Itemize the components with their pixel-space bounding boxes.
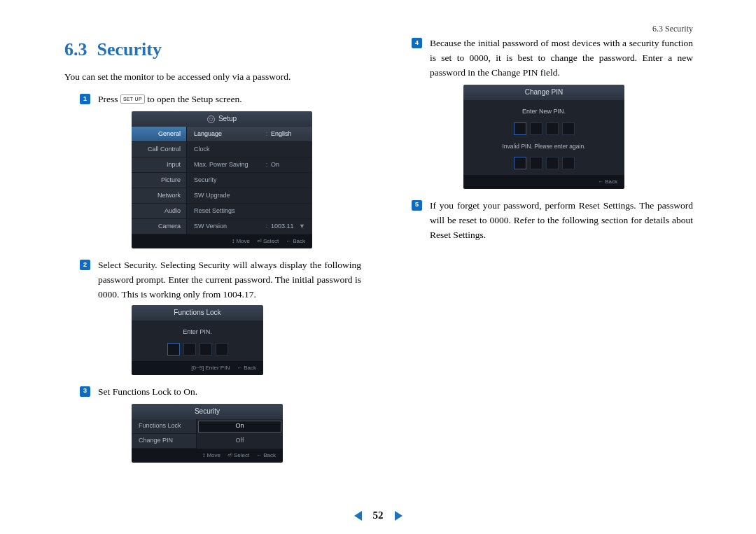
step-3: 3 Set Functions Lock to On. Security Fun… — [64, 385, 361, 463]
page-number: 52 — [373, 510, 384, 521]
step-badge-2: 2 — [80, 260, 90, 270]
pin-row-new — [463, 122, 624, 135]
setup-key-icon: SET UP — [120, 94, 145, 104]
osd-security-title: Security — [132, 404, 283, 419]
pin-box — [167, 343, 180, 356]
step-badge-5: 5 — [412, 200, 422, 211]
osd-side-camera: Camera — [132, 219, 186, 234]
osd-row-maxpower: Max. Power Saving:On — [187, 157, 312, 173]
osd-setup-title: Setup — [132, 111, 312, 127]
pin-row-retry — [463, 157, 624, 169]
pin-box — [530, 122, 542, 135]
step-4-text: Because the initial password of most dev… — [430, 38, 693, 78]
osd-security-right: On Off — [196, 419, 283, 449]
move-hint: Move — [232, 237, 250, 246]
osd-row-reset: Reset Settings — [187, 204, 312, 219]
osd-row-language: Language:English — [187, 127, 312, 142]
osd-row-security: Security — [187, 173, 312, 188]
back-hint: Back — [256, 451, 276, 460]
osd-side-input: Input — [132, 157, 186, 173]
osd-value: English — [271, 129, 305, 139]
osd-option-on: On — [198, 421, 281, 433]
pin-box — [562, 122, 575, 135]
osd-value: On — [271, 160, 305, 170]
osd-security-left: Functions Lock Change PIN — [132, 419, 196, 449]
osd-sec-change-pin: Change PIN — [132, 434, 196, 449]
right-column: 4 Because the initial password of most d… — [396, 36, 693, 472]
osd-label: SW Version — [194, 222, 262, 232]
pin-box — [514, 157, 526, 169]
osd-change-footer: Back — [463, 175, 624, 189]
pin-box — [514, 122, 526, 135]
pin-box — [546, 122, 559, 135]
enter-new-pin-label: Enter New PIN. — [463, 107, 624, 117]
osd-label: Max. Power Saving — [194, 160, 262, 170]
osd-setup-sidebar: General Call Control Input Picture Netwo… — [132, 127, 186, 234]
move-hint: Move — [202, 451, 220, 461]
section-number: 6.3 — [64, 39, 88, 59]
back-hint: Back — [286, 237, 305, 246]
pin-box — [183, 343, 196, 356]
step-3-text: Set Functions Lock to On. — [98, 386, 197, 397]
osd-setup-screenshot: Setup General Call Control Input Picture… — [132, 111, 312, 248]
osd-setup-main: Language:English Clock Max. Power Saving… — [186, 127, 312, 234]
pin-box — [200, 343, 212, 356]
osd-option-off: Off — [197, 434, 283, 449]
select-hint: Select — [227, 451, 249, 460]
invalid-pin-label: Invalid PIN. Please enter again. — [463, 142, 624, 151]
osd-side-network: Network — [132, 188, 186, 204]
breadcrumb: 6.3 Security — [652, 24, 693, 34]
pin-box — [562, 157, 575, 169]
osd-side-general: General — [132, 127, 186, 142]
prev-page-icon[interactable] — [354, 511, 362, 521]
pin-box — [216, 343, 228, 356]
step-1: 1 Press SET UP to open the Setup screen.… — [64, 92, 361, 248]
osd-label: Language — [194, 129, 262, 139]
pin-row — [132, 343, 263, 356]
osd-security-footer: Move Select Back — [132, 449, 283, 463]
manual-page: 6.3 Security 6.3Security You can set the… — [0, 0, 756, 534]
osd-side-picture: Picture — [132, 173, 186, 188]
osd-value: 1003.11 — [271, 222, 299, 232]
osd-label: Clock — [194, 145, 262, 155]
next-page-icon[interactable] — [395, 511, 402, 521]
osd-functions-lock-screenshot: Functions Lock Enter PIN. [0~9] Ent — [132, 305, 263, 375]
osd-row-swupgrade: SW Upgrade — [187, 188, 312, 204]
step-1-text-a: Press — [98, 94, 120, 104]
section-title: Security — [97, 39, 162, 59]
osd-row-swversion: SW Version:1003.11▼ — [187, 219, 312, 234]
step-5-text: If you forget your password, perform Res… — [430, 200, 693, 240]
chevron-down-icon: ▼ — [299, 222, 305, 232]
osd-sec-functions-lock: Functions Lock — [132, 419, 196, 434]
osd-lock-footer: [0~9] Enter PIN Back — [132, 361, 263, 375]
osd-side-audio: Audio — [132, 204, 186, 219]
select-hint: Select — [257, 237, 279, 246]
osd-row-clock: Clock — [187, 142, 312, 157]
page-navigation: 52 — [0, 510, 756, 521]
step-2: 2 Select Security. Selecting Security wi… — [64, 258, 361, 375]
osd-label: Reset Settings — [194, 206, 262, 216]
step-4: 4 Because the initial password of most d… — [396, 36, 693, 189]
osd-label: Security — [194, 176, 262, 185]
step-badge-3: 3 — [80, 386, 90, 397]
pin-box — [530, 157, 542, 169]
enter-pin-hint: [0~9] Enter PIN — [191, 364, 230, 372]
back-hint: Back — [237, 364, 256, 372]
osd-change-title: Change PIN — [463, 85, 624, 100]
back-hint: Back — [598, 178, 617, 186]
intro-text: You can set the monitor to be accessed o… — [64, 70, 361, 84]
left-column: 6.3Security You can set the monitor to b… — [64, 36, 361, 472]
osd-setup-title-text: Setup — [218, 113, 237, 125]
step-5: 5 If you forget your password, perform R… — [396, 199, 693, 243]
osd-setup-footer: Move Select Back — [132, 234, 312, 248]
pin-box — [546, 157, 559, 169]
step-badge-4: 4 — [412, 38, 422, 48]
osd-side-callcontrol: Call Control — [132, 142, 186, 157]
enter-pin-label: Enter PIN. — [132, 328, 263, 337]
section-heading: 6.3Security — [64, 39, 361, 60]
gear-icon — [207, 115, 215, 123]
step-badge-1: 1 — [80, 94, 90, 104]
osd-security-screenshot: Security Functions Lock Change PIN On Of… — [132, 404, 283, 463]
osd-label: SW Upgrade — [194, 191, 262, 201]
step-1-text-b: to open the Setup screen. — [145, 94, 242, 104]
